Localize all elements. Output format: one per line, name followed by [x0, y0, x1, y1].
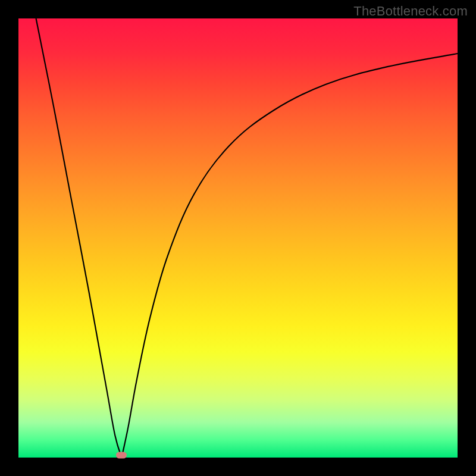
plot-area [18, 18, 458, 458]
bottleneck-curve [18, 18, 458, 458]
watermark-text: TheBottleneck.com [353, 4, 468, 19]
optimal-point-marker [116, 452, 127, 459]
chart-container: TheBottleneck.com [0, 0, 476, 476]
